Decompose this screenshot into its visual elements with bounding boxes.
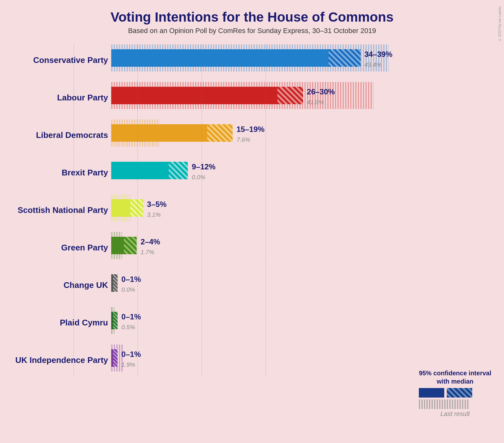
party-label: Plaid Cymru (10, 318, 108, 328)
solid-bar (111, 124, 207, 142)
party-label: UK Independence Party (10, 355, 108, 365)
bar-row: Change UK0–1%0.0% (111, 269, 431, 301)
legend-hatch-bar (447, 388, 472, 398)
range-label: 34–39%43.4% (364, 49, 392, 69)
solid-bar (111, 237, 124, 254)
bar-row: Green Party2–4%1.7% (111, 232, 431, 264)
legend-dotted-bar (419, 399, 470, 409)
bars-wrapper: 0–1%1.9% (111, 344, 431, 376)
legend-solid-bar (419, 388, 444, 398)
bars-wrapper: 26–30%41.0% (111, 82, 431, 114)
party-label: Scottish National Party (10, 205, 108, 215)
chart-container: Voting Intentions for the House of Commo… (0, 0, 504, 443)
bars-wrapper: 0–1%0.0% (111, 269, 431, 301)
range-label: 15–19%7.6% (236, 124, 264, 144)
legend-bar-row (419, 388, 491, 398)
range-label: 0–1%1.9% (121, 349, 141, 369)
bars-wrapper: 34–39%43.4% (111, 44, 431, 76)
hatch-bar (207, 124, 233, 142)
bar-row: Labour Party26–30%41.0% (111, 82, 431, 114)
party-label: Conservative Party (10, 55, 108, 65)
bars-wrapper: 3–5%3.1% (111, 194, 431, 226)
legend: 95% confidence intervalwith median Last … (419, 369, 491, 418)
party-label: Labour Party (10, 93, 108, 103)
hatch-bar (277, 87, 303, 104)
range-label: 0–1%0.0% (121, 274, 141, 294)
hatch-bar (329, 49, 361, 67)
solid-bar (111, 49, 329, 67)
range-label: 26–30%41.0% (307, 87, 335, 106)
chart-area: Conservative Party34–39%43.4%Labour Part… (10, 44, 494, 376)
legend-title: 95% confidence intervalwith median (419, 369, 491, 385)
chart-title: Voting Intentions for the House of Commo… (10, 10, 494, 25)
party-label: Brexit Party (10, 168, 108, 178)
range-label: 0–1%0.5% (121, 312, 141, 331)
legend-last-label: Last result (419, 410, 491, 418)
copyright: © 2019 Flip van Laanen (498, 6, 501, 41)
party-label: Change UK (10, 280, 108, 290)
chart-subtitle: Based on an Opinion Poll by ComRes for S… (10, 27, 494, 35)
hatch-bar (113, 312, 118, 329)
bars-wrapper: 0–1%0.5% (111, 307, 431, 339)
bar-row: Liberal Democrats15–19%7.6% (111, 119, 431, 151)
range-label: 3–5%3.1% (147, 199, 167, 219)
party-label: Liberal Democrats (10, 130, 108, 140)
solid-bar (111, 199, 130, 217)
bar-row: Scottish National Party3–5%3.1% (111, 194, 431, 226)
hatch-bar (113, 349, 118, 367)
hatch-bar (169, 162, 188, 179)
solid-bar (111, 162, 169, 179)
bars-wrapper: 9–12%0.0% (111, 157, 431, 189)
range-label: 9–12%0.0% (192, 162, 215, 181)
bars-wrapper: 2–4%1.7% (111, 232, 431, 264)
bar-row: UK Independence Party0–1%1.9% (111, 344, 431, 376)
hatch-bar (124, 237, 137, 254)
range-label: 2–4%1.7% (140, 237, 160, 256)
bar-row: Conservative Party34–39%43.4% (111, 44, 431, 76)
solid-bar (111, 87, 277, 104)
hatch-bar (130, 199, 143, 217)
bar-row: Brexit Party9–12%0.0% (111, 157, 431, 189)
party-label: Green Party (10, 243, 108, 253)
bars-wrapper: 15–19%7.6% (111, 119, 431, 151)
bar-row: Plaid Cymru0–1%0.5% (111, 307, 431, 339)
hatch-bar (113, 274, 118, 292)
